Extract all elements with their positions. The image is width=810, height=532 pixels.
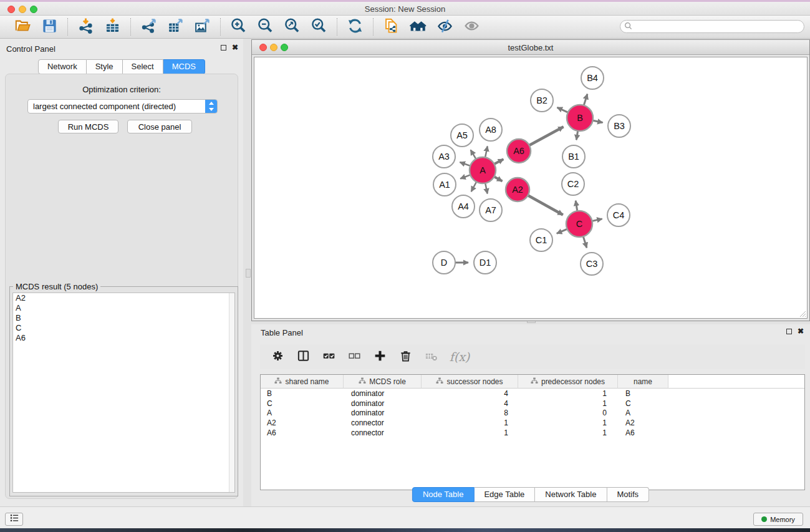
first-neighbors-button[interactable] xyxy=(409,18,427,36)
tab-motifs[interactable]: Motifs xyxy=(607,487,649,502)
graph-node-B3[interactable]: B3 xyxy=(608,115,630,137)
table-cell[interactable]: 1 xyxy=(422,418,518,427)
graph-node-A7[interactable]: A7 xyxy=(480,199,502,221)
table-cell[interactable]: B xyxy=(618,389,668,398)
column-header-successor-nodes[interactable]: successor nodes xyxy=(422,375,518,389)
graph-node-A6[interactable]: A6 xyxy=(507,139,531,163)
graph-node-D1[interactable]: D1 xyxy=(474,251,496,274)
graph-node-B1[interactable]: B1 xyxy=(562,145,585,168)
column-header-predecessor-nodes[interactable]: predecessor nodes xyxy=(518,375,618,389)
export-network-button[interactable] xyxy=(140,18,158,36)
deselect-all-button[interactable] xyxy=(347,349,362,364)
close-panel-button[interactable]: Close panel xyxy=(127,120,192,133)
column-header-shared-name[interactable]: shared name xyxy=(261,375,344,389)
open-file-button[interactable] xyxy=(14,18,32,36)
graph-node-C3[interactable]: C3 xyxy=(581,253,603,275)
table-cell[interactable]: C xyxy=(261,399,344,408)
vertical-splitter-handle[interactable] xyxy=(246,269,251,278)
graph-edge-A2-C[interactable] xyxy=(527,195,563,215)
table-cell[interactable]: 0 xyxy=(518,409,618,417)
graph-node-A3[interactable]: A3 xyxy=(433,145,455,168)
search-field[interactable] xyxy=(620,20,804,33)
graph-node-B2[interactable]: B2 xyxy=(531,89,553,112)
graph-node-A1[interactable]: A1 xyxy=(433,173,456,196)
zoom-out-button[interactable] xyxy=(256,18,274,36)
mcds-result-list[interactable]: A2ABCA6 xyxy=(12,293,235,493)
select-all-button[interactable] xyxy=(321,349,336,364)
table-cell[interactable]: 1 xyxy=(518,399,618,408)
memory-button[interactable]: Memory xyxy=(753,513,803,526)
add-column-button[interactable] xyxy=(372,349,387,364)
result-list-item[interactable]: B xyxy=(13,313,234,323)
duplicate-network-button[interactable] xyxy=(382,18,400,36)
graph-node-A5[interactable]: A5 xyxy=(451,124,473,147)
delete-column-button[interactable] xyxy=(398,349,413,364)
table-cell[interactable]: 1 xyxy=(422,428,518,437)
column-header-MCDS-role[interactable]: MCDS role xyxy=(344,375,422,389)
network-graph[interactable]: B4B2BB3A8A5A6A3B1AA1C2A2A4A7C4CC1DD1C3 xyxy=(254,57,808,319)
table-cell[interactable]: 1 xyxy=(518,418,618,427)
tab-network-table[interactable]: Network Table xyxy=(535,487,607,502)
tab-node-table[interactable]: Node Table xyxy=(412,487,475,502)
export-image-button[interactable] xyxy=(193,18,211,36)
save-session-button[interactable] xyxy=(41,18,59,36)
table-cell[interactable]: dominator xyxy=(344,409,422,417)
graph-node-D[interactable]: D xyxy=(433,251,455,274)
graph-node-C2[interactable]: C2 xyxy=(562,173,584,195)
export-table-button[interactable] xyxy=(166,18,185,36)
graph-node-B[interactable]: B xyxy=(567,105,593,131)
tab-network[interactable]: Network xyxy=(38,59,87,74)
close-panel-icon[interactable]: ✖ xyxy=(232,44,238,51)
graph-node-A8[interactable]: A8 xyxy=(480,118,502,141)
table-settings-button[interactable] xyxy=(270,349,285,364)
graph-node-A2[interactable]: A2 xyxy=(506,178,529,201)
table-row-A2[interactable]: A2connector11A2 xyxy=(261,418,804,428)
table-cell[interactable]: connector xyxy=(344,418,422,427)
toggle-column-button[interactable] xyxy=(296,349,311,364)
table-row-A[interactable]: Adominator80A xyxy=(261,408,804,418)
graph-node-C1[interactable]: C1 xyxy=(530,229,552,251)
result-list-item[interactable]: A2 xyxy=(13,293,234,303)
network-window-titlebar[interactable]: testGlobe.txt xyxy=(252,40,809,55)
table-cell[interactable]: 4 xyxy=(422,399,518,408)
tab-edge-table[interactable]: Edge Table xyxy=(474,487,535,502)
table-cell[interactable]: A2 xyxy=(618,418,668,427)
show-panels-button[interactable] xyxy=(5,513,23,526)
graph-node-C[interactable]: C xyxy=(566,211,592,237)
search-input[interactable] xyxy=(632,21,804,32)
result-list-item[interactable]: C xyxy=(13,323,234,333)
optimization-criterion-select[interactable]: largest connected component (directed) xyxy=(27,99,218,114)
result-list-item[interactable]: A6 xyxy=(13,333,234,343)
zoom-selected-button[interactable] xyxy=(310,18,328,36)
window-resize-grip[interactable] xyxy=(798,309,806,317)
graph-node-B4[interactable]: B4 xyxy=(581,67,604,89)
network-canvas[interactable]: B4B2BB3A8A5A6A3B1AA1C2A2A4A7C4CC1DD1C3 xyxy=(254,57,808,319)
table-cell[interactable]: A xyxy=(261,409,344,417)
table-cell[interactable]: dominator xyxy=(344,399,422,408)
table-cell[interactable]: A6 xyxy=(618,428,668,437)
table-cell[interactable]: 8 xyxy=(422,409,518,417)
table-cell[interactable]: C xyxy=(618,399,668,408)
table-cell[interactable]: B xyxy=(261,389,344,398)
zoom-in-button[interactable] xyxy=(229,18,248,36)
hide-selected-button[interactable] xyxy=(436,18,454,36)
table-cell[interactable]: dominator xyxy=(344,389,422,398)
result-list-scrollbar[interactable] xyxy=(229,293,234,492)
refresh-button[interactable] xyxy=(346,18,364,36)
tab-select[interactable]: Select xyxy=(123,59,163,74)
graph-node-C4[interactable]: C4 xyxy=(607,204,630,226)
node-table[interactable]: shared nameMCDS rolesuccessor nodesprede… xyxy=(260,374,805,490)
table-row-C[interactable]: Cdominator41C xyxy=(261,399,804,409)
table-row-B[interactable]: Bdominator41B xyxy=(261,389,804,399)
table-cell[interactable]: A2 xyxy=(261,418,344,427)
run-mcds-button[interactable]: Run MCDS xyxy=(58,120,118,133)
tab-mcds[interactable]: MCDS xyxy=(163,59,205,74)
close-table-panel-icon[interactable]: ✖ xyxy=(798,328,804,335)
graph-node-A[interactable]: A xyxy=(470,157,496,183)
float-panel-icon[interactable] xyxy=(221,45,226,51)
table-cell[interactable]: A xyxy=(618,409,668,417)
table-cell[interactable]: 4 xyxy=(422,389,518,398)
table-cell[interactable]: 1 xyxy=(518,389,618,398)
table-cell[interactable]: A6 xyxy=(261,428,344,437)
graph-node-A4[interactable]: A4 xyxy=(452,195,475,218)
